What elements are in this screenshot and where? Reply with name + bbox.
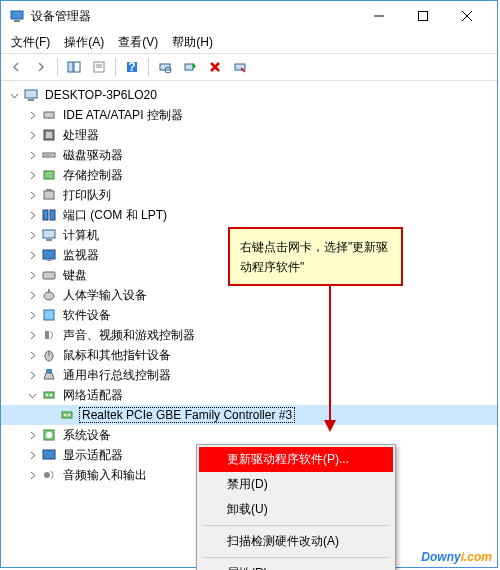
instruction-callout: 右键点击网卡，选择"更新驱动程序软件" — [228, 227, 403, 286]
tree-label: 显示适配器 — [61, 447, 125, 464]
tree-label: 打印队列 — [61, 187, 113, 204]
expand-icon[interactable] — [25, 188, 39, 202]
svg-rect-19 — [25, 90, 37, 98]
tree-category[interactable]: 声音、视频和游戏控制器 — [1, 325, 497, 345]
expand-icon[interactable] — [25, 368, 39, 382]
tree-root[interactable]: DESKTOP-3P6LO20 — [1, 85, 497, 105]
tree-label: IDE ATA/ATAPI 控制器 — [61, 107, 185, 124]
category-icon — [41, 447, 57, 463]
svg-point-48 — [68, 414, 70, 416]
expand-icon[interactable] — [25, 168, 39, 182]
properties-button[interactable] — [88, 56, 110, 78]
menu-view[interactable]: 查看(V) — [112, 32, 164, 53]
update-driver-button[interactable] — [179, 56, 201, 78]
tree-category[interactable]: 端口 (COM 和 LPT) — [1, 205, 497, 225]
tree-label: 鼠标和其他指针设备 — [61, 347, 173, 364]
tree-label: 处理器 — [61, 127, 101, 144]
category-icon — [41, 207, 57, 223]
svg-rect-3 — [419, 12, 428, 21]
svg-rect-1 — [14, 20, 20, 22]
svg-point-25 — [45, 152, 51, 158]
tree-category[interactable]: IDE ATA/ATAPI 控制器 — [1, 105, 497, 125]
expand-icon[interactable] — [25, 108, 39, 122]
tree-device-selected[interactable]: Realtek PCIe GBE Family Controller #3 — [1, 405, 497, 425]
ctx-disable[interactable]: 禁用(D) — [199, 472, 393, 497]
forward-button[interactable] — [30, 56, 52, 78]
tree-category[interactable]: 打印队列 — [1, 185, 497, 205]
arrow-icon — [320, 282, 340, 432]
tree-category[interactable]: 系统设备 — [1, 425, 497, 445]
tree-category[interactable]: 网络适配器 — [1, 385, 497, 405]
category-icon — [41, 127, 57, 143]
menu-file[interactable]: 文件(F) — [5, 32, 56, 53]
tree-label: 端口 (COM 和 LPT) — [61, 207, 169, 224]
ctx-uninstall[interactable]: 卸载(U) — [199, 497, 393, 522]
tree-category[interactable]: 处理器 — [1, 125, 497, 145]
ctx-update-driver[interactable]: 更新驱动程序软件(P)... — [199, 447, 393, 472]
svg-rect-0 — [11, 11, 23, 19]
ctx-properties[interactable]: 属性(R) — [199, 561, 393, 570]
expand-icon[interactable] — [25, 248, 39, 262]
tree-label: 通用串行总线控制器 — [61, 367, 173, 384]
maximize-button[interactable] — [401, 1, 445, 31]
svg-marker-54 — [324, 420, 336, 432]
app-icon — [9, 8, 25, 24]
category-icon — [41, 347, 57, 363]
expand-icon[interactable] — [25, 128, 39, 142]
svg-rect-28 — [46, 189, 52, 191]
category-icon — [41, 387, 57, 403]
svg-rect-6 — [68, 62, 73, 72]
svg-rect-30 — [50, 210, 55, 220]
svg-rect-37 — [48, 289, 50, 293]
tree-category[interactable]: 磁盘驱动器 — [1, 145, 497, 165]
svg-point-47 — [64, 414, 66, 416]
expand-icon[interactable] — [25, 468, 39, 482]
expand-icon[interactable] — [25, 388, 39, 402]
svg-rect-32 — [46, 239, 52, 241]
menubar: 文件(F) 操作(A) 查看(V) 帮助(H) — [1, 31, 497, 53]
expand-icon[interactable] — [25, 208, 39, 222]
network-adapter-icon — [59, 407, 75, 423]
svg-rect-42 — [46, 369, 52, 373]
tree-category[interactable]: 人体学输入设备 — [1, 285, 497, 305]
tree-category[interactable]: 存储控制器 — [1, 165, 497, 185]
expand-icon[interactable] — [25, 288, 39, 302]
tree-label: 软件设备 — [61, 307, 113, 324]
category-icon — [41, 247, 57, 263]
menu-action[interactable]: 操作(A) — [58, 32, 110, 53]
expand-icon[interactable] — [25, 268, 39, 282]
expand-icon[interactable] — [25, 428, 39, 442]
tree-category[interactable]: 通用串行总线控制器 — [1, 365, 497, 385]
svg-text:?: ? — [128, 60, 135, 74]
uninstall-button[interactable] — [204, 56, 226, 78]
separator — [115, 58, 116, 76]
close-button[interactable] — [445, 1, 489, 31]
separator — [203, 557, 389, 558]
tree-category[interactable]: 鼠标和其他指针设备 — [1, 345, 497, 365]
help-button[interactable]: ? — [121, 56, 143, 78]
menu-help[interactable]: 帮助(H) — [166, 32, 219, 53]
collapse-icon[interactable] — [7, 88, 21, 102]
expand-icon[interactable] — [25, 228, 39, 242]
svg-rect-34 — [47, 260, 51, 261]
svg-point-50 — [46, 432, 52, 438]
category-icon — [41, 367, 57, 383]
expand-icon[interactable] — [25, 308, 39, 322]
ctx-scan[interactable]: 扫描检测硬件改动(A) — [199, 529, 393, 554]
expand-icon[interactable] — [25, 148, 39, 162]
back-button[interactable] — [5, 56, 27, 78]
separator — [148, 58, 149, 76]
svg-rect-15 — [185, 64, 193, 70]
separator — [57, 58, 58, 76]
disable-button[interactable] — [229, 56, 251, 78]
tree-category[interactable]: 软件设备 — [1, 305, 497, 325]
expand-icon[interactable] — [25, 448, 39, 462]
show-hide-tree-button[interactable] — [63, 56, 85, 78]
scan-hardware-button[interactable] — [154, 56, 176, 78]
expand-icon[interactable] — [25, 328, 39, 342]
tree-label: Realtek PCIe GBE Family Controller #3 — [79, 407, 295, 423]
expand-icon[interactable] — [25, 348, 39, 362]
window-title: 设备管理器 — [31, 8, 357, 25]
svg-point-52 — [44, 472, 50, 478]
minimize-button[interactable] — [357, 1, 401, 31]
